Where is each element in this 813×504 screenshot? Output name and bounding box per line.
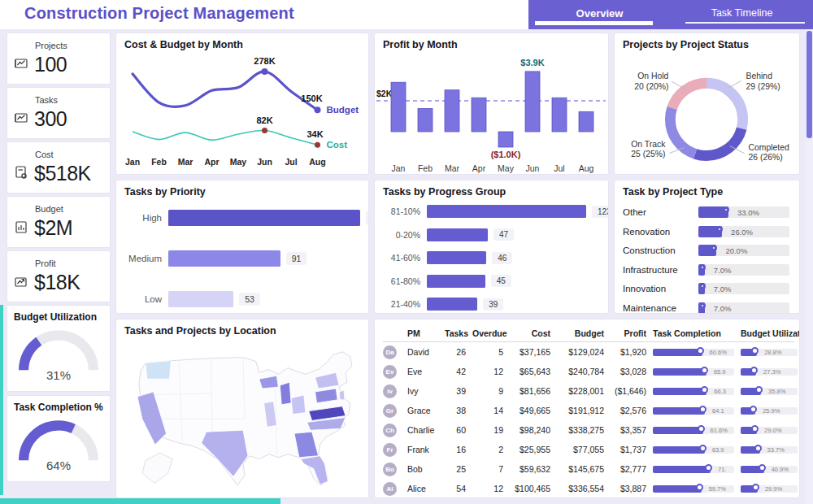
- kpi-card-projects[interactable]: Projects100: [7, 33, 111, 85]
- bar[interactable]: [168, 250, 280, 267]
- state-washington[interactable]: [146, 361, 172, 380]
- slider-knob[interactable]: [701, 386, 708, 393]
- cost-value: $25,955: [510, 445, 557, 454]
- overdue-value: 9: [472, 386, 510, 396]
- profit-bar-jan[interactable]: [391, 82, 406, 132]
- bar-row-low[interactable]: Low53: [124, 291, 369, 307]
- slider-value: 33.7%: [767, 446, 785, 454]
- slider-knob[interactable]: [759, 464, 766, 471]
- panel-cost-budget-by-month: Cost & Budget by Month JanFebMarAprMayJu…: [115, 33, 369, 175]
- slider-knob[interactable]: [711, 245, 717, 251]
- slider-value: 29.0%: [764, 427, 781, 434]
- bar-value: 123: [592, 206, 609, 218]
- x-axis-label: May: [230, 157, 247, 167]
- donut-label: Completed: [749, 143, 789, 152]
- bar-value: 91: [286, 252, 307, 265]
- bar-row-41-60-[interactable]: 41-60%46: [383, 251, 609, 264]
- budget-line[interactable]: [133, 72, 318, 110]
- table-row-charlie[interactable]: ChCharlie6019$98,240$338,275$3,35761.6%2…: [383, 420, 794, 440]
- state-ohio[interactable]: [291, 395, 306, 415]
- type-row-infrastructure[interactable]: Infrastructure7.0%: [623, 264, 789, 276]
- table-row-bob[interactable]: BoBob257$59,632$145,675$2,77771.40.9%: [383, 459, 794, 479]
- slider-knob[interactable]: [699, 406, 706, 413]
- page-scrollbar[interactable]: [806, 29, 813, 504]
- slider-knob[interactable]: [750, 406, 757, 413]
- x-axis-label: May: [498, 163, 515, 173]
- profit-bar-apr[interactable]: [472, 98, 486, 132]
- profit-bar-jun[interactable]: [525, 72, 540, 132]
- tab-task-timeline[interactable]: Task Timeline: [671, 0, 813, 29]
- slider-knob[interactable]: [754, 445, 762, 452]
- scrollbar-thumb[interactable]: [806, 31, 812, 138]
- gauge-task-completion[interactable]: Task Completion % 64%: [7, 395, 111, 482]
- profit-bar-mar[interactable]: [445, 90, 459, 132]
- slider-knob[interactable]: [699, 302, 706, 309]
- kpi-card-budget[interactable]: Budget$2M: [7, 196, 111, 248]
- bar-chart[interactable]: $2KJanFebMarAprMayJunJulAug$3.9K($1.0K): [375, 50, 608, 174]
- bar-row-21-40-[interactable]: 21-40%39: [383, 298, 609, 311]
- bar[interactable]: [168, 210, 360, 226]
- table-row-alice[interactable]: AlAlice5412$100,465$336,554$3,88759.7%29…: [383, 479, 794, 498]
- bar-row-81-10-[interactable]: 81-10%123: [383, 205, 609, 218]
- dashboard-grid: Cost & Budget by Month JanFebMarAprMayJu…: [115, 33, 800, 498]
- bar-row-high[interactable]: High156: [124, 210, 369, 226]
- slider-knob[interactable]: [699, 283, 706, 289]
- slider-knob[interactable]: [755, 386, 763, 393]
- slider-knob[interactable]: [697, 347, 704, 354]
- us-choropleth-map[interactable]: [118, 339, 368, 495]
- table-row-david[interactable]: DaDavid265$37,165$129,024$1,92060.6%28.8…: [383, 342, 794, 362]
- state-florida[interactable]: [301, 456, 328, 484]
- data-label: 278K: [254, 56, 275, 66]
- profit-bar-jul[interactable]: [552, 98, 567, 132]
- slider-knob[interactable]: [752, 484, 759, 491]
- profit-bar-aug[interactable]: [579, 111, 593, 132]
- bar-row-61-80-[interactable]: 61-80%45: [383, 275, 609, 288]
- bar[interactable]: [427, 251, 486, 264]
- slider-knob[interactable]: [750, 367, 758, 374]
- table-row-frank[interactable]: FrFrank162$25,955$77,055$1,73763.933.7%: [383, 440, 794, 459]
- bar[interactable]: [427, 228, 488, 241]
- line-chart[interactable]: JanFebMarAprMayJunJulAug278K150K82K34KBu…: [116, 51, 368, 173]
- cost-line[interactable]: [133, 130, 318, 145]
- type-row-construction[interactable]: Construction20.0%: [623, 245, 789, 256]
- bar-row-0-20-[interactable]: 0-20%47: [383, 228, 609, 241]
- donut-chart[interactable]: Behind29 (29%)Completed26 (26%)On Track2…: [615, 51, 799, 173]
- task-completion-cell: 66.3: [653, 388, 741, 395]
- gauge-budget-utilization[interactable]: Budget Utilization 31%: [7, 305, 111, 392]
- slider-knob[interactable]: [699, 445, 706, 452]
- slider-knob[interactable]: [723, 206, 729, 213]
- slider-value: 64.1: [712, 407, 724, 415]
- bar-value: 46: [492, 252, 512, 264]
- bar-row-medium[interactable]: Medium91: [124, 250, 369, 267]
- slider-knob[interactable]: [716, 226, 723, 232]
- kpi-card-cost[interactable]: Cost$518K: [7, 141, 111, 193]
- table-row-ivy[interactable]: IvIvy399$81,656$228,001($1,646)66.335.8%: [383, 381, 794, 401]
- slider-knob[interactable]: [751, 347, 759, 354]
- kpi-card-tasks[interactable]: Tasks300: [7, 87, 111, 139]
- slider-knob[interactable]: [701, 367, 708, 374]
- tab-overview[interactable]: Overview: [528, 0, 671, 29]
- type-row-renovation[interactable]: Renovation26.0%: [623, 226, 789, 237]
- kpi-card-profit[interactable]: Profit$18K: [7, 250, 111, 302]
- bar[interactable]: [168, 291, 233, 307]
- profit-bar-feb[interactable]: [418, 109, 433, 133]
- slider-knob[interactable]: [705, 464, 712, 471]
- slider-knob[interactable]: [698, 425, 705, 432]
- bar[interactable]: [427, 275, 485, 288]
- profit-bar-may[interactable]: [498, 132, 513, 147]
- state-new-jersey[interactable]: [339, 390, 345, 400]
- slider-knob[interactable]: [699, 264, 706, 271]
- table-row-eve[interactable]: EvEve4212$65,643$240,784$3,02865.927.3%: [383, 362, 794, 381]
- bar[interactable]: [427, 298, 477, 311]
- table-row-grace[interactable]: GrGrace3814$49,665$191,912$2,57664.125.9…: [383, 401, 794, 420]
- type-row-innovation[interactable]: Innovation7.0%: [623, 283, 789, 294]
- column-header-tasks: Tasks: [445, 328, 472, 338]
- type-row-maintenance[interactable]: Maintenance7.0%: [623, 302, 789, 314]
- bar[interactable]: [427, 205, 586, 218]
- budget-value: $129,024: [557, 347, 611, 357]
- slider-knob[interactable]: [751, 425, 759, 432]
- tasks-icon: [13, 110, 29, 126]
- type-row-other[interactable]: Other33.0%: [623, 206, 789, 218]
- slider-knob[interactable]: [696, 484, 703, 491]
- state-michigan[interactable]: [280, 382, 291, 405]
